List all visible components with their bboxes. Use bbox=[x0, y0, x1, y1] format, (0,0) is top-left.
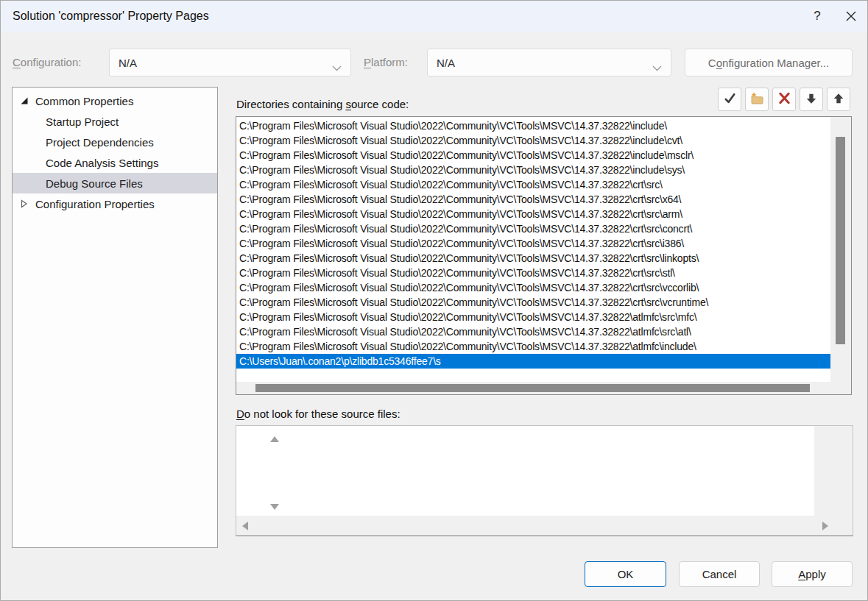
help-icon[interactable]: ? bbox=[800, 0, 834, 32]
scrollbar-thumb[interactable] bbox=[836, 137, 845, 344]
directory-item[interactable]: C:\Program Files\Microsoft Visual Studio… bbox=[236, 266, 830, 280]
directories-label: Directories containing source code: bbox=[236, 98, 409, 110]
exclude-files-content[interactable] bbox=[236, 426, 814, 516]
directory-item[interactable]: C:\Program Files\Microsoft Visual Studio… bbox=[236, 207, 830, 221]
directory-item[interactable]: C:\Program Files\Microsoft Visual Studio… bbox=[236, 251, 830, 266]
new-folder-icon bbox=[749, 91, 764, 108]
directory-item[interactable]: C:\Program Files\Microsoft Visual Studio… bbox=[236, 133, 830, 148]
configuration-select[interactable]: N/A bbox=[109, 49, 351, 77]
scroll-up-icon[interactable] bbox=[270, 436, 279, 442]
directory-item[interactable]: C:\Program Files\Microsoft Visual Studio… bbox=[236, 177, 830, 192]
dialog-title: Solution 'compressor' Property Pages bbox=[0, 10, 209, 23]
new-folder-button[interactable] bbox=[745, 88, 769, 111]
scroll-down-icon[interactable] bbox=[270, 504, 279, 510]
configuration-value: N/A bbox=[119, 57, 137, 69]
tree-item-configuration-properties[interactable]: Configuration Properties bbox=[13, 193, 217, 214]
directory-item[interactable]: C:\Program Files\Microsoft Visual Studio… bbox=[236, 295, 830, 310]
exclude-files-label: Do not look for these source files: bbox=[236, 408, 401, 420]
cancel-button[interactable]: Cancel bbox=[679, 561, 760, 587]
directory-item[interactable]: C:\Program Files\Microsoft Visual Studio… bbox=[236, 339, 830, 354]
tree-item-startup-project[interactable]: Startup Project bbox=[13, 111, 217, 132]
platform-select[interactable]: N/A bbox=[427, 49, 671, 77]
check-icon bbox=[723, 91, 737, 107]
directories-listbox: C:\Program Files\Microsoft Visual Studio… bbox=[236, 116, 852, 395]
scroll-left-icon[interactable] bbox=[242, 522, 248, 530]
vertical-scrollbar[interactable] bbox=[830, 117, 851, 394]
directory-item[interactable]: C:\Program Files\Microsoft Visual Studio… bbox=[236, 221, 830, 236]
tree-expanded-icon[interactable] bbox=[20, 96, 29, 105]
tree-item-common-properties[interactable]: Common Properties bbox=[13, 90, 217, 111]
exclude-files-listbox[interactable] bbox=[236, 425, 853, 536]
directory-item[interactable]: C:\Program Files\Microsoft Visual Studio… bbox=[236, 324, 830, 339]
configuration-label: Configuration: bbox=[13, 56, 81, 68]
move-down-button[interactable] bbox=[800, 88, 823, 111]
directory-item[interactable]: C:\Program Files\Microsoft Visual Studio… bbox=[236, 148, 830, 163]
close-icon[interactable] bbox=[834, 0, 868, 32]
configuration-manager-button[interactable]: Configuration Manager... bbox=[685, 49, 853, 77]
check-button[interactable] bbox=[718, 88, 741, 111]
scrollbar-thumb[interactable] bbox=[255, 384, 810, 392]
directory-item[interactable]: C:\Program Files\Microsoft Visual Studio… bbox=[236, 280, 830, 295]
directory-item-selected[interactable]: C:\Users\Juan\.conan2\p\zlibdb1c5346ffee… bbox=[236, 354, 830, 369]
titlebar-controls: ? bbox=[800, 0, 868, 32]
directories-toolbar bbox=[718, 88, 850, 111]
ok-button[interactable]: OK bbox=[585, 561, 666, 587]
tree-item-code-analysis-settings[interactable]: Code Analysis Settings bbox=[13, 152, 217, 173]
platform-value: N/A bbox=[437, 57, 455, 69]
chevron-down-icon bbox=[652, 61, 662, 74]
directory-rows: C:\Program Files\Microsoft Visual Studio… bbox=[236, 118, 830, 369]
horizontal-scrollbar[interactable] bbox=[236, 382, 830, 394]
directory-item[interactable]: C:\Program Files\Microsoft Visual Studio… bbox=[236, 236, 830, 251]
move-up-icon bbox=[832, 92, 845, 107]
scroll-right-icon[interactable] bbox=[822, 522, 828, 530]
tree-item-debug-source-files[interactable]: Debug Source Files bbox=[13, 173, 217, 193]
directory-item[interactable]: C:\Program Files\Microsoft Visual Studio… bbox=[236, 118, 830, 133]
tree-item-project-dependencies[interactable]: Project Dependencies bbox=[13, 132, 217, 152]
directory-item[interactable]: C:\Program Files\Microsoft Visual Studio… bbox=[236, 163, 830, 177]
platform-label: Platform: bbox=[364, 56, 408, 68]
delete-button[interactable] bbox=[772, 88, 796, 111]
delete-x-icon bbox=[777, 91, 791, 107]
titlebar: Solution 'compressor' Property Pages ? bbox=[0, 0, 868, 32]
apply-button[interactable]: Apply bbox=[772, 561, 853, 587]
directory-item[interactable]: C:\Program Files\Microsoft Visual Studio… bbox=[236, 310, 830, 324]
property-tree: Common Properties Startup Project Projec… bbox=[12, 87, 218, 548]
tree-collapsed-icon[interactable] bbox=[20, 199, 29, 208]
chevron-down-icon bbox=[332, 61, 342, 74]
move-down-icon bbox=[805, 92, 818, 107]
directory-item[interactable]: C:\Program Files\Microsoft Visual Studio… bbox=[236, 192, 830, 207]
move-up-button[interactable] bbox=[827, 88, 850, 111]
